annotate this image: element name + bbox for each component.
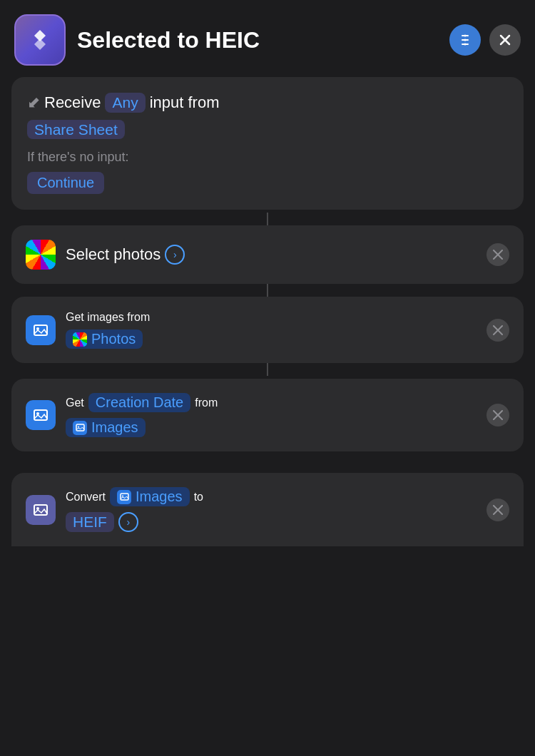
svg-point-17: [78, 426, 79, 428]
get-images-card: Get images from Photos: [11, 297, 524, 363]
convert-dismiss[interactable]: [486, 499, 509, 521]
select-photos-title: Select photos ›: [66, 245, 477, 265]
get-images-line1: Get images from: [66, 311, 477, 324]
get-creation-date-line1: Get Creation Date from: [66, 393, 477, 412]
images-tag-icon: [73, 421, 87, 435]
photos-tag[interactable]: Photos: [66, 330, 143, 349]
receive-row: ⬋ Receive Any input from: [27, 93, 508, 113]
heif-arrow[interactable]: ›: [118, 512, 138, 532]
get-images-icon: [26, 315, 56, 345]
header: Selected to HEIC: [0, 0, 535, 77]
continue-tag[interactable]: Continue: [27, 172, 104, 194]
get-creation-date-line2: Images: [66, 418, 477, 437]
select-photos-label: Select photos: [66, 245, 160, 264]
header-controls: [449, 24, 521, 56]
convert-images-tag[interactable]: Images: [110, 487, 190, 506]
get-images-row: Get images from Photos: [26, 311, 509, 349]
convert-row: Convert Images to HEI: [26, 487, 509, 532]
get-images-line2: Photos: [66, 330, 477, 349]
get-creation-date-card: Get Creation Date from Images: [11, 379, 524, 451]
receive-icon: ⬋: [27, 93, 40, 112]
close-button[interactable]: [489, 24, 521, 56]
select-photos-arrow[interactable]: ›: [165, 245, 185, 265]
connector-3: [267, 363, 268, 376]
photos-tag-icon: [73, 332, 87, 347]
get-images-prefix: Get images from: [66, 311, 150, 324]
receive-suffix: input from: [150, 93, 220, 112]
get-creation-date-title-row: Get Creation Date from Images: [66, 393, 477, 437]
photos-icon: [26, 240, 56, 270]
get-images-title-row: Get images from Photos: [66, 311, 477, 349]
page-title: Selected to HEIC: [77, 27, 438, 53]
convert-line2: HEIF ›: [66, 512, 477, 532]
get-suffix: from: [195, 397, 218, 409]
settings-button[interactable]: [449, 24, 481, 56]
creation-date-tag[interactable]: Creation Date: [88, 393, 190, 412]
receive-label: Receive: [44, 93, 101, 112]
convert-title-row: Convert Images to HEI: [66, 487, 477, 532]
spacer: [11, 451, 524, 473]
convert-card: Convert Images to HEI: [11, 473, 524, 546]
share-sheet-tag[interactable]: Share Sheet: [27, 121, 508, 138]
connector-2: [267, 284, 268, 297]
get-creation-date-dismiss[interactable]: [486, 404, 509, 426]
convert-icon: [26, 495, 56, 525]
images-tag[interactable]: Images: [66, 418, 146, 437]
convert-line1: Convert Images to: [66, 487, 477, 506]
get-images-dismiss[interactable]: [486, 319, 509, 342]
content-area: ⬋ Receive Any input from Share Sheet If …: [0, 77, 535, 546]
convert-images-icon: [117, 490, 131, 504]
convert-to-label: to: [194, 491, 203, 504]
select-photos-row: Select photos ›: [26, 240, 509, 270]
receive-card: ⬋ Receive Any input from Share Sheet If …: [11, 77, 524, 210]
select-photos-dismiss[interactable]: [486, 243, 509, 266]
get-creation-date-row: Get Creation Date from Images: [26, 393, 509, 437]
get-prefix: Get: [66, 397, 84, 409]
convert-prefix: Convert: [66, 491, 106, 504]
select-photos-card: Select photos ›: [11, 225, 524, 284]
receive-any-tag[interactable]: Any: [105, 93, 145, 113]
heif-tag[interactable]: HEIF: [66, 512, 114, 532]
connector-1: [267, 213, 268, 225]
get-creation-date-icon: [26, 400, 56, 430]
app-icon: [14, 14, 66, 66]
no-input-label: If there's no input:: [27, 150, 508, 165]
svg-point-23: [122, 496, 123, 497]
